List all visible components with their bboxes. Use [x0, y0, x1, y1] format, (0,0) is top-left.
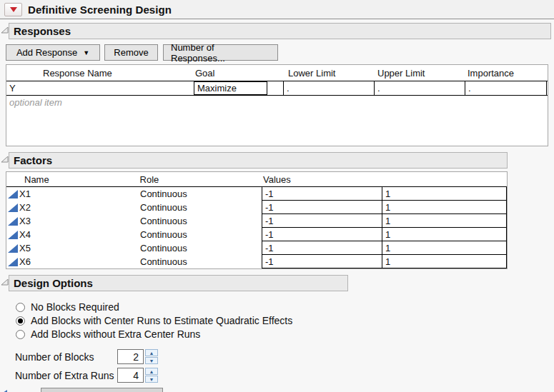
optional-item-placeholder[interactable]: optional item	[6, 96, 548, 109]
factor-name[interactable]: X4	[19, 229, 31, 240]
number-of-blocks-spinner: ▲ ▼	[145, 349, 158, 364]
factors-table-header: Name Role Values	[6, 172, 507, 187]
factor-name[interactable]: X5	[19, 243, 31, 253]
factor-role[interactable]: Continuous	[140, 255, 262, 268]
continuous-factor-icon	[8, 258, 18, 266]
factor-name[interactable]: X1	[19, 189, 31, 199]
factors-disclosure-icon[interactable]	[1, 156, 9, 163]
factor-row-x1: X1 Continuous -1 1	[6, 187, 507, 201]
response-row: Y Maximize . . .	[6, 81, 548, 96]
spinner-down-button[interactable]: ▼	[145, 376, 158, 383]
response-name-cell[interactable]: Y	[6, 81, 194, 95]
add-response-button[interactable]: Add Response ▼	[6, 44, 100, 61]
factors-section-header[interactable]: Factors	[9, 152, 508, 169]
col-lower-limit: Lower Limit	[283, 68, 374, 79]
upper-limit-cell[interactable]: .	[374, 81, 465, 95]
remove-button[interactable]: Remove	[104, 44, 158, 61]
factor-role[interactable]: Continuous	[140, 228, 262, 241]
number-of-responses-button[interactable]: Number of Responses...	[163, 44, 278, 61]
factor-low-value[interactable]: -1	[262, 228, 382, 241]
continuous-factor-icon	[8, 244, 18, 253]
factors-table: Name Role Values X1 Continuous -1 1 X2 C…	[6, 171, 508, 269]
radio-add-blocks-no-extra-center-runs[interactable]: Add Blocks without Extra Center Runs	[16, 328, 200, 341]
number-of-extra-runs-input[interactable]: 4	[117, 368, 144, 383]
col-goal: Goal	[194, 68, 283, 79]
radio-label: No Blocks Required	[31, 301, 119, 313]
cutoff-button[interactable]	[41, 388, 163, 392]
factor-high-value[interactable]: 1	[382, 214, 507, 228]
factor-role[interactable]: Continuous	[140, 201, 262, 214]
goal-cell: Maximize	[194, 81, 283, 95]
dropdown-arrow-icon: ▼	[83, 49, 89, 56]
radio-circle[interactable]	[16, 303, 25, 312]
factor-high-value[interactable]: 1	[382, 187, 507, 201]
design-options-disclosure-icon[interactable]	[1, 278, 9, 286]
page-title: Definitive Screening Design	[28, 4, 172, 16]
factor-row-x2: X2 Continuous -1 1	[6, 201, 507, 214]
radio-add-blocks-center-runs[interactable]: Add Blocks with Center Runs to Estimate …	[16, 314, 292, 327]
factors-section-title: Factors	[14, 154, 52, 166]
red-triangle-icon	[10, 7, 17, 12]
number-of-extra-runs-spinner: ▲ ▼	[145, 368, 158, 383]
radio-circle-selected[interactable]	[16, 316, 25, 326]
design-options-section-title: Design Options	[14, 277, 93, 289]
col-name: Name	[6, 174, 140, 185]
spinner-up-button[interactable]: ▲	[145, 349, 158, 356]
factor-low-value[interactable]: -1	[262, 187, 382, 201]
number-of-extra-runs-label: Number of Extra Runs	[15, 368, 114, 383]
factor-name[interactable]: X3	[19, 216, 31, 226]
radio-no-blocks-required[interactable]: No Blocks Required	[16, 301, 119, 313]
factor-high-value[interactable]: 1	[382, 228, 507, 241]
factor-low-value[interactable]: -1	[262, 214, 382, 228]
col-response-name: Response Name	[6, 68, 194, 79]
responses-table-header: Response Name Goal Lower Limit Upper Lim…	[6, 65, 548, 81]
radio-label: Add Blocks without Extra Center Runs	[31, 328, 200, 340]
factor-high-value[interactable]: 1	[382, 255, 507, 268]
title-bar: Definitive Screening Design	[0, 0, 554, 19]
factor-row-x3: X3 Continuous -1 1	[6, 214, 507, 228]
responses-section-header[interactable]: Responses	[9, 23, 551, 39]
factor-high-value[interactable]: 1	[382, 241, 507, 255]
responses-section-title: Responses	[14, 25, 71, 37]
factor-role[interactable]: Continuous	[140, 187, 262, 201]
design-options-section-header[interactable]: Design Options	[9, 275, 348, 291]
factor-name[interactable]: X6	[19, 256, 31, 267]
responses-disclosure-icon[interactable]	[1, 26, 9, 34]
radio-circle[interactable]	[16, 330, 25, 339]
col-values: Values	[261, 174, 507, 185]
col-importance: Importance	[465, 68, 547, 79]
number-of-blocks-label: Number of Blocks	[15, 350, 94, 364]
factor-low-value[interactable]: -1	[262, 241, 382, 255]
continuous-factor-icon	[8, 203, 18, 212]
red-triangle-menu-button[interactable]	[4, 3, 22, 16]
col-upper-limit: Upper Limit	[374, 68, 465, 79]
factor-role[interactable]: Continuous	[140, 241, 262, 255]
radio-label: Add Blocks with Center Runs to Estimate …	[31, 315, 292, 326]
factor-name[interactable]: X2	[19, 202, 31, 213]
factor-low-value[interactable]: -1	[262, 201, 382, 214]
goal-dropdown[interactable]: Maximize	[194, 81, 267, 95]
continuous-factor-icon	[8, 190, 18, 198]
factor-role[interactable]: Continuous	[140, 214, 262, 228]
factor-row-x6: X6 Continuous -1 1	[6, 255, 507, 268]
factor-row-x4: X4 Continuous -1 1	[6, 228, 507, 241]
factor-high-value[interactable]: 1	[382, 201, 507, 214]
spinner-up-button[interactable]: ▲	[145, 368, 158, 375]
responses-table: Response Name Goal Lower Limit Upper Lim…	[6, 64, 548, 146]
continuous-factor-icon	[8, 217, 18, 226]
definitive-screening-design-window: Definitive Screening Design Responses Ad…	[0, 0, 554, 392]
col-role: Role	[140, 174, 262, 185]
factor-row-x5: X5 Continuous -1 1	[6, 241, 507, 255]
factor-low-value[interactable]: -1	[262, 255, 382, 268]
number-of-blocks-input[interactable]: 2	[117, 349, 144, 364]
importance-cell[interactable]: .	[465, 81, 547, 95]
spinner-down-button[interactable]: ▼	[145, 357, 158, 364]
lower-limit-cell[interactable]: .	[283, 81, 374, 95]
continuous-factor-icon	[8, 231, 18, 239]
